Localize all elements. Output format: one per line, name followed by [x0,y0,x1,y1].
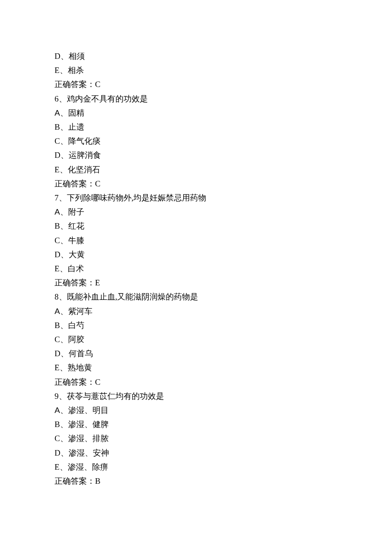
line: E、白术 [55,262,336,276]
line: 正确答案：C [55,177,336,191]
line: D、运脾消食 [55,148,336,162]
line: A、附子 [55,205,336,219]
line: B、红花 [55,219,336,233]
line: 正确答案：B [55,474,336,488]
line: 正确答案：E [55,276,336,290]
line: C、降气化痰 [55,134,336,148]
line: A、渗湿、明目 [55,403,336,417]
option-text: 、固精 [60,108,84,117]
line: A、紫河车 [55,304,336,318]
line: B、止遗 [55,120,336,134]
option-text: 、附子 [60,207,84,216]
line: B、渗湿、健脾 [55,417,336,431]
line: 8、既能补血止血,又能滋阴润燥的药物是 [55,290,336,304]
line: C、渗湿、排脓 [55,431,336,445]
option-label: A [55,406,60,415]
line: C、牛膝 [55,233,336,247]
line: 正确答案：C [55,375,336,389]
line: D、渗湿、安神 [55,446,336,460]
option-text: 、渗湿、明目 [60,406,109,415]
line: D、何首乌 [55,346,336,360]
line: 正确答案：C [55,77,336,91]
option-text: 、紫河车 [60,307,92,316]
line: B、白芍 [55,318,336,332]
line: D、大黄 [55,247,336,262]
line: E、渗湿、除痹 [55,460,336,474]
line: E、熟地黄 [55,360,336,375]
line: E、相杀 [55,63,336,77]
option-label: A [55,207,60,216]
line: 7、下列除哪味药物外,均是妊娠禁忌用药物 [55,191,336,205]
document-page: D、相须 E、相杀 正确答案：C 6、鸡内金不具有的功效是 A、固精 B、止遗 … [0,0,336,488]
option-label: A [55,307,60,316]
line: A、固精 [55,106,336,120]
option-label: A [55,108,60,117]
line: E、化坚消石 [55,163,336,177]
line: C、阿胶 [55,332,336,346]
line: 6、鸡内金不具有的功效是 [55,92,336,106]
line: D、相须 [55,49,336,63]
line: 9、茯苓与薏苡仁均有的功效是 [55,389,336,403]
